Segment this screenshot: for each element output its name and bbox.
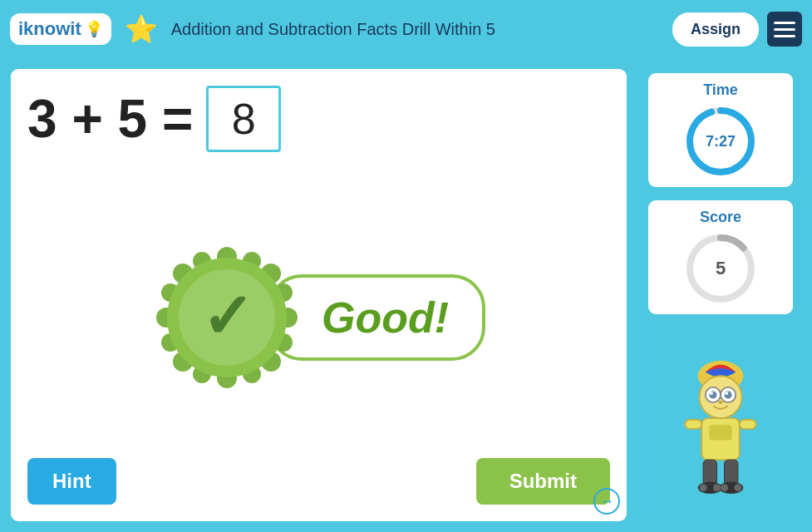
assign-button[interactable]: Assign [672,12,759,47]
submit-button[interactable]: Submit [476,458,610,505]
logo-text: iknowit [18,18,81,40]
bottom-buttons: Hint Submit [27,458,610,505]
menu-line-2 [774,28,795,31]
score-value: 5 [716,258,726,279]
svg-point-42 [700,484,707,491]
score-card: Score 5 [646,198,795,317]
time-card: Time 7:27 [646,71,795,190]
svg-rect-36 [685,420,701,429]
svg-rect-35 [709,425,731,440]
timer-value: 7:27 [706,133,736,150]
equation-expression: 3 + 5 = [27,88,193,150]
rosette-badge: ✓ [152,243,302,392]
header: iknowit 💡 ⭐ Addition and Subtraction Fac… [0,0,812,58]
svg-point-30 [710,392,713,395]
answer-box[interactable]: 8 [206,86,281,152]
score-circle: 5 [683,231,758,306]
exercise-title: Addition and Subtraction Facts Drill Wit… [171,20,664,39]
feedback-text: Good! [322,293,449,342]
nav-arrow-icon[interactable]: ↔ [593,488,620,515]
score-label: Score [700,209,741,226]
svg-text:✓: ✓ [200,282,253,352]
star-icon: ⭐ [120,7,163,51]
svg-point-43 [713,484,721,491]
rosette-scallop-svg: ✓ [156,247,298,388]
feedback-area: ✓ Good! [27,177,610,458]
exercise-panel: 3 + 5 = 8 [8,66,629,524]
svg-point-29 [725,391,732,398]
stats-panel: Time 7:27 Score 5 [637,66,804,524]
time-label: Time [703,81,738,99]
svg-point-45 [734,484,741,491]
hint-button[interactable]: Hint [27,458,116,505]
character-svg [658,353,783,520]
main-container: 3 + 5 = 8 [0,58,812,532]
answer-value: 8 [232,94,256,144]
svg-point-32 [718,401,722,404]
timer-circle: 7:27 [683,104,758,179]
menu-line-3 [774,35,795,37]
svg-point-28 [709,391,716,398]
menu-button[interactable] [767,12,802,47]
equation-area: 3 + 5 = 8 [27,86,610,152]
menu-line-1 [774,22,795,24]
logo-bulb-icon: 💡 [85,20,103,38]
svg-point-31 [725,392,728,395]
character-area [646,325,795,520]
svg-point-44 [721,484,728,491]
svg-rect-37 [740,420,756,429]
logo: iknowit 💡 [10,13,111,45]
